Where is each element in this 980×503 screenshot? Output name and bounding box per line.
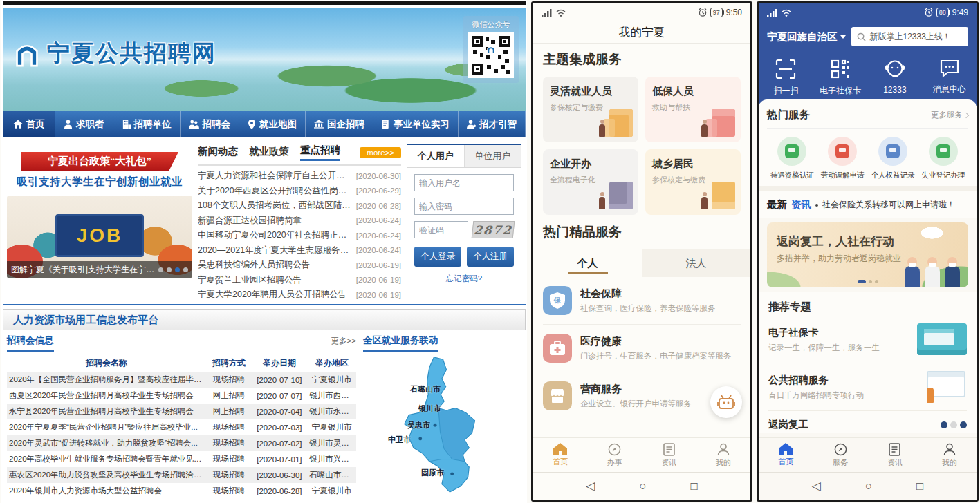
card-business-startup[interactable]: 企业开办 全流程电子化	[543, 149, 638, 215]
news-item[interactable]: 新疆合源正达校园招聘简章[2020-06-24]	[198, 213, 401, 229]
home-icon	[13, 120, 23, 129]
tab-news[interactable]: 资讯	[868, 438, 923, 472]
benefit-cert-icon	[777, 137, 806, 166]
news-item[interactable]: 关于2020年西夏区公开招聘公益性岗位人员的公告（第[2020-06-29]	[198, 184, 401, 199]
nav-item-talent[interactable]: 招才引智	[459, 111, 526, 137]
map-label-shizuishan: 石嘴山市	[410, 384, 441, 395]
quick-social-card[interactable]: 电子社保卡	[813, 59, 868, 97]
news-tabs: 新闻动态 就业政策 重点招聘 more>>	[198, 144, 401, 166]
promo-carousel[interactable]: 宁夏出台政策“大礼包” 吸引支持大学生在宁创新创业就业 JOB 图解宁夏《关于吸…	[7, 144, 192, 298]
news-item[interactable]: 吴忠科技馆编外人员招聘公告[2020-06-19]	[198, 258, 401, 273]
site-logo-icon	[12, 39, 41, 68]
login-button[interactable]: 个人登录	[414, 247, 461, 267]
job-fairs-module: 招聘会信息 更多>> 招聘会名称 招聘方式 举办日期 举办地区 2020年【全国…	[7, 334, 356, 495]
quick-scan[interactable]: 扫一扫	[759, 59, 813, 97]
service-rights-record[interactable]: 个人权益记录	[868, 137, 918, 180]
android-back-button[interactable]: ◁	[812, 479, 821, 493]
table-row[interactable]: 2020年【全国民营企业招聘服务月】暨高校应往届毕业...现场招聘[2020-0…	[7, 372, 356, 388]
android-home-button[interactable]: ○	[865, 480, 872, 493]
quick-12333[interactable]: 12333	[868, 59, 923, 97]
hot-section-heading: 热门精品服务	[543, 223, 741, 241]
nav-item-jobmap[interactable]: 就业地图	[239, 111, 306, 137]
list-item-social-security[interactable]: 保 社会保障 社保查询，医疗保险，养老保险等服务	[543, 277, 741, 325]
news-item[interactable]: 宁夏贺兰工业园区招聘公告[2020-06-19]	[198, 273, 401, 288]
service-labor-mediation[interactable]: 劳动调解申请	[817, 137, 868, 180]
main-navigation: 首页 求职者 招聘单位 招聘会 就业地图 国企招聘 事业单位实习 招才引智	[3, 111, 526, 137]
nav-item-soe[interactable]: 国企招聘	[306, 111, 373, 137]
tab-services[interactable]: 服务	[813, 438, 868, 472]
password-input[interactable]	[414, 198, 514, 215]
android-back-button[interactable]: ◁	[586, 479, 595, 493]
captcha-image[interactable]: 2872	[472, 221, 515, 238]
android-home-button[interactable]: ○	[639, 480, 646, 493]
tab-news[interactable]: 资讯	[642, 438, 696, 472]
site-logo[interactable]: 宁夏公共招聘网	[12, 38, 216, 69]
news-item[interactable]: 宁夏人力资源和社会保障厅自主公开招聘工作人员公告[2020-06-30]	[198, 169, 401, 184]
job-fairs-more-link[interactable]: 更多>>	[331, 336, 356, 346]
captcha-input[interactable]	[414, 221, 468, 238]
nav-item-jobseeker[interactable]: 求职者	[55, 111, 113, 137]
banner-title: 返岗复工，人社在行动	[777, 234, 894, 249]
wechat-qr-panel: 微信公众号	[463, 16, 519, 83]
topic-electronic-social-card[interactable]: 电子社保卡 记录一生，保障一生，服务一生	[768, 316, 967, 363]
login-tab-personal[interactable]: 个人用户	[407, 145, 464, 167]
login-tab-company[interactable]: 单位用户	[464, 145, 521, 167]
table-row[interactable]: 惠农区2020年助力脱贫攻坚及高校毕业生专场招聘洽谈...现场招聘[2020-0…	[7, 467, 356, 483]
banner-carousel-dots[interactable]	[858, 280, 878, 283]
news-item[interactable]: 宁夏大学2020年聘用人员公开招聘公告[2020-06-19]	[198, 287, 401, 303]
table-row[interactable]: 2020年银川市人力资源市场大型公益招聘会现场招聘[2020-06-28]宁夏银…	[7, 483, 356, 499]
tab-mine[interactable]: 我的	[922, 438, 977, 472]
forgot-password-link[interactable]: 忘记密码?	[414, 274, 514, 284]
latest-news-strip[interactable]: 最新资讯 社会保险关系转移可以网上申请啦！	[759, 186, 977, 218]
search-input[interactable]: 新版掌上12333上线！	[851, 27, 969, 46]
service-unemployment-registration[interactable]: 失业登记办理	[918, 137, 968, 180]
home-icon	[779, 443, 793, 455]
ningxia-map[interactable]: 石嘴山市 银川市 吴忠市 中卫市 固原市	[363, 354, 521, 495]
quick-message-center[interactable]: 消息中心	[922, 59, 977, 97]
news-tab-key-recruit[interactable]: 重点招聘	[300, 144, 340, 161]
return-to-work-banner[interactable]: 返岗复工，人社在行动 多措并举，助力劳动者返岗稳就业	[767, 222, 968, 287]
tab-home[interactable]: 首页	[759, 438, 813, 472]
person-star-icon	[467, 120, 476, 129]
nav-item-home[interactable]: 首页	[3, 111, 55, 137]
table-row[interactable]: 2020年高校毕业生就业服务专场招聘会暨青年就业见习...现场招聘[2020-0…	[7, 451, 356, 467]
topic-public-recruitment[interactable]: 公共招聘服务 百日千万网络招聘专项行动	[768, 363, 967, 411]
tab-mine[interactable]: 我的	[696, 438, 751, 472]
android-recents-button[interactable]: □	[916, 480, 923, 493]
nav-item-internship[interactable]: 事业单位实习	[373, 111, 459, 137]
carousel-dots[interactable]	[158, 267, 188, 272]
map-label-guyuan: 固原市	[421, 468, 444, 478]
card-flexible-employment[interactable]: 灵活就业人员 参保核定与缴费	[543, 77, 638, 142]
tab-affairs[interactable]: 办事	[588, 438, 642, 472]
table-row[interactable]: 西夏区2020年民营企业招聘月高校毕业生专场招聘会网上招聘[2020-07-07…	[7, 388, 356, 404]
region-selector[interactable]: 宁夏回族自治区	[767, 30, 846, 44]
register-button[interactable]: 个人注册	[467, 247, 514, 267]
news-tab-policy[interactable]: 就业政策	[249, 145, 289, 160]
social-card-illustration	[917, 323, 967, 355]
card-urban-rural-residents[interactable]: 城乡居民 参保核定与缴费	[645, 149, 741, 215]
news-item[interactable]: 108个文职人员招考岗位，西部战区陆军期待您的加入[2020-06-28]	[198, 198, 401, 213]
tab-personal[interactable]: 个人	[533, 249, 642, 277]
news-item[interactable]: 2020—2021年度宁夏大学生志愿服务西部计划考试招募[2020-06-24]	[198, 243, 401, 258]
table-row[interactable]: 永宁县2020年民营企业招聘月高校毕业生专场招聘会网上招聘[2020-07-04…	[7, 404, 356, 419]
news-tab-dynamics[interactable]: 新闻动态	[198, 145, 238, 160]
nav-item-employer[interactable]: 招聘单位	[113, 111, 181, 137]
table-row[interactable]: 2020年宁夏夏季“民营企业招聘月”暨应往届高校毕业...现场招聘[2020-0…	[7, 419, 356, 435]
tab-legal-entity[interactable]: 法人	[642, 249, 750, 277]
topic-return-to-work[interactable]: 返岗复工	[768, 411, 967, 433]
news-item[interactable]: 中国移动宁夏公司2020年社会招聘正式启动[2020-06-24]	[198, 228, 401, 243]
more-services-link[interactable]: 更多服务	[931, 110, 968, 120]
job-fairs-tab[interactable]: 招聘会信息	[7, 334, 54, 352]
signal-icon	[767, 9, 778, 17]
service-benefit-certification[interactable]: 待遇资格认证	[767, 137, 817, 180]
topics-heading: 推荐专题	[768, 300, 967, 314]
nav-item-jobfair[interactable]: 招聘会	[181, 111, 240, 137]
table-row[interactable]: 2020年灵武市“促进转移就业，助力脱贫攻坚”招聘会...现场招聘[2020-0…	[7, 435, 356, 451]
news-more-button[interactable]: more>>	[360, 147, 401, 158]
card-subsistence-allowance[interactable]: 低保人员 救助与帮扶	[645, 77, 741, 142]
list-item-medical-health[interactable]: 医疗健康 门诊挂号，生育服务，电子健康档案等服务	[543, 325, 741, 372]
android-recents-button[interactable]: □	[691, 480, 698, 493]
username-input[interactable]	[414, 174, 514, 191]
assistant-robot-button[interactable]	[710, 386, 742, 418]
tab-home[interactable]: 首页	[533, 438, 588, 472]
